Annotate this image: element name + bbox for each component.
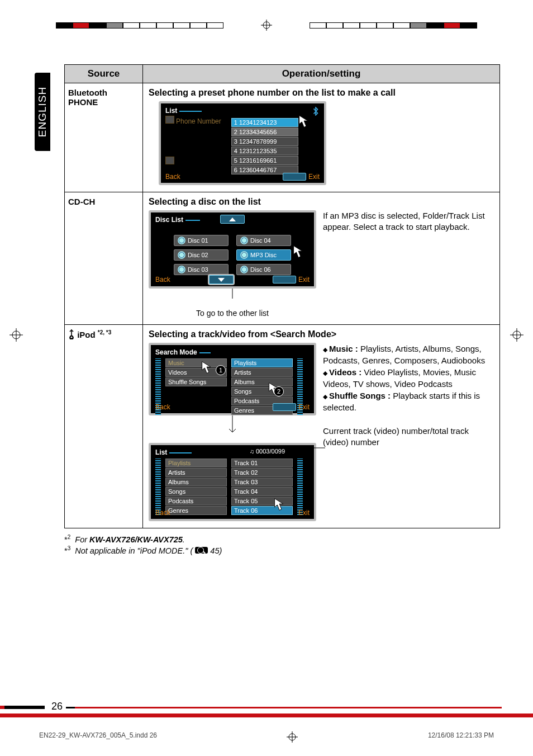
back-button[interactable]: Back — [155, 276, 170, 284]
page-number-decoration — [0, 706, 78, 709]
footnotes: *2 For KW-AVX726/KW-AVX725. *3 Not appli… — [64, 534, 500, 555]
cd-subtitle: Selecting a disc on the list — [149, 197, 494, 207]
page-number: 26 — [51, 701, 63, 712]
disc-item[interactable]: Disc 03 — [174, 264, 229, 275]
footer-red-bar — [0, 714, 533, 717]
touch-nav-button[interactable] — [283, 173, 306, 181]
touch-nav-button[interactable] — [273, 276, 296, 284]
registration-mark-left — [9, 328, 23, 342]
list-item[interactable]: Track 02 — [231, 468, 293, 477]
disc-item[interactable]: Disc 04 — [236, 235, 291, 246]
hand-cursor-icon — [289, 242, 311, 263]
hand-cursor-icon — [295, 111, 316, 133]
phone-number-list: 1 12341234123 2 12334345656 3 1234787899… — [231, 118, 298, 175]
list-item[interactable]: Playlists — [165, 459, 227, 467]
disc-item[interactable]: Disc 01 — [174, 235, 229, 246]
print-footer: EN22-29_KW-AVX726_005A_5.indd 26 12/16/0… — [0, 731, 533, 743]
svg-point-10 — [70, 336, 73, 339]
list-item[interactable]: 5 12316169661 — [231, 156, 298, 165]
list-item[interactable]: Track 03 — [231, 478, 293, 486]
screen-title: Search Mode — [155, 348, 211, 356]
track-counter-note: Current track (video) number/total track… — [323, 426, 494, 448]
list-item[interactable]: 1 12341234123 — [231, 118, 298, 127]
touch-nav-button[interactable] — [273, 403, 296, 411]
print-footer-file: EN22-29_KW-AVX726_005A_5.indd 26 — [39, 731, 157, 743]
source-bluetooth-phone: Bluetooth PHONE — [65, 83, 143, 192]
track-counter: ♫ 0003/0099 — [250, 448, 285, 455]
page-down-button[interactable] — [209, 275, 234, 284]
ipod-subtitle: Selecting a track/video from <Search Mod… — [149, 329, 494, 339]
registration-bar-right — [310, 22, 477, 29]
screen-title: List — [155, 448, 192, 456]
disc-list-screen: Disc List Disc 01 Disc 02 Disc 03 Disc 0… — [149, 210, 316, 289]
registration-mark-bottom — [287, 731, 298, 743]
disc-item[interactable]: Disc 06 — [236, 264, 291, 275]
list-item[interactable]: 3 12347878999 — [231, 137, 298, 146]
page-content: Source Operation/setting Bluetooth PHONE… — [36, 64, 500, 556]
phone-list-screen: List Phone Number 1 12341234123 2 123343… — [159, 101, 326, 185]
ipod-notes: Music : Playlists, Artists, Albums, Song… — [323, 343, 494, 413]
exit-button[interactable]: Exit — [298, 509, 310, 517]
back-button[interactable]: Back — [155, 509, 170, 517]
operation-ipod: Selecting a track/video from <Search Mod… — [143, 325, 500, 528]
exit-button[interactable]: Exit — [298, 276, 310, 284]
list-item[interactable]: Shuffle Songs — [165, 377, 227, 386]
list-item[interactable]: Artists — [231, 368, 293, 377]
disc-caption: To go to the other list — [149, 309, 316, 318]
page-ref-icon — [195, 547, 208, 554]
list-item[interactable]: Track 01 — [231, 459, 293, 467]
ipod-icon — [68, 330, 77, 339]
exit-button[interactable]: Exit — [298, 403, 310, 411]
list-item[interactable]: Songs — [165, 487, 227, 496]
screen-title: Disc List — [155, 216, 200, 224]
list-item[interactable]: Playlists — [231, 358, 293, 367]
back-button[interactable]: Back — [155, 403, 170, 411]
operation-bluetooth: Selecting a preset phone number on the l… — [143, 83, 500, 192]
disc-item[interactable]: Disc 02 — [174, 249, 229, 261]
list-item[interactable]: Artists — [165, 468, 227, 477]
disc-icon — [178, 266, 185, 273]
search-mode-screen: Search Mode Music Videos Shuffle Songs P… — [149, 343, 316, 415]
disc-icon — [240, 237, 248, 244]
source-ipod: iPod *2, *3 — [65, 325, 143, 528]
callout-2: 2 — [274, 386, 284, 396]
header-operation: Operation/setting — [143, 65, 500, 83]
print-footer-date: 12/16/08 12:21:33 PM — [428, 731, 494, 743]
disc-icon — [240, 266, 248, 273]
cd-note: If an MP3 disc is selected, Folder/Track… — [323, 210, 494, 233]
track-icon: ♫ — [250, 448, 254, 455]
back-button[interactable]: Back — [165, 173, 180, 181]
operation-cdch: Selecting a disc on the list Disc List D… — [143, 192, 500, 325]
list-item[interactable]: 2 12334345656 — [231, 127, 298, 136]
registration-mark-right — [510, 328, 524, 342]
list-item[interactable]: Albums — [165, 478, 227, 486]
page-up-button[interactable] — [220, 215, 245, 224]
header-source: Source — [65, 65, 143, 83]
disc-icon — [178, 251, 185, 259]
callout-1: 1 — [216, 365, 226, 375]
disc-icon — [178, 237, 185, 244]
disc-icon — [240, 251, 248, 259]
ipod-track-list-screen: List ♫ 0003/0099 Playlists Artists Album… — [149, 443, 316, 521]
disc-item[interactable]: MP3 Disc — [236, 249, 291, 261]
list-item[interactable]: 4 12312123535 — [231, 147, 298, 155]
source-cd-ch: CD-CH — [65, 192, 143, 325]
list-item[interactable]: Podcasts — [165, 497, 227, 505]
phone-number-label: Phone Number — [176, 117, 221, 125]
bt-subtitle: Selecting a preset phone number on the l… — [149, 88, 494, 98]
exit-button[interactable]: Exit — [308, 173, 320, 181]
screen-title: List — [165, 107, 202, 115]
source-operation-table: Source Operation/setting Bluetooth PHONE… — [64, 64, 500, 528]
